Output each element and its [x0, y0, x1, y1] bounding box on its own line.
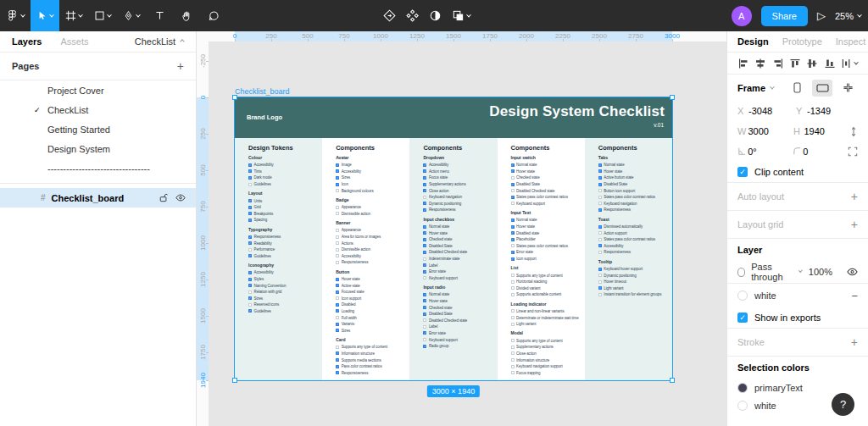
portrait-orientation-icon[interactable] [787, 80, 807, 97]
share-button[interactable]: Share [761, 6, 808, 26]
resize-to-fit-icon[interactable] [837, 80, 858, 97]
layer-row-checklist-board[interactable]: # Checklist_board [0, 188, 196, 207]
hand-tool-button[interactable] [173, 0, 200, 31]
item-label: Dynamic positioning [604, 274, 636, 278]
add-layout-grid-button[interactable]: + [851, 218, 858, 231]
boolean-groups-button[interactable] [452, 9, 470, 22]
item-label: Keyboard hover support [604, 267, 643, 271]
comment-tool-button[interactable] [200, 0, 227, 31]
x-value-field[interactable]: -3048 [748, 106, 796, 116]
align-vertical-center-icon[interactable] [806, 58, 818, 69]
tab-prototype[interactable]: Prototype [782, 36, 822, 47]
width-value-field[interactable]: 3000 [748, 126, 793, 136]
selection-handle-bottom-right[interactable] [670, 378, 675, 383]
y-value-field[interactable]: -1349 [807, 106, 854, 116]
create-component-button[interactable] [406, 9, 419, 22]
file-name-collapse[interactable]: CheckList [135, 36, 184, 47]
page-item-1[interactable]: Project Cover [0, 80, 196, 100]
move-tool-button[interactable] [31, 0, 59, 31]
item-label: Instant transition for element groups [604, 292, 661, 296]
constrain-proportions-icon[interactable] [849, 126, 858, 137]
page-item-3[interactable]: Getting Started [0, 119, 196, 139]
corner-radius-value-field[interactable]: 0 [803, 147, 848, 157]
selection-handle-top-left[interactable] [232, 95, 237, 100]
layer-visibility-eye-icon[interactable] [847, 268, 858, 276]
avatar[interactable]: A [732, 6, 752, 26]
unlock-icon[interactable] [159, 193, 168, 202]
checked-checkbox-icon: ✓ [248, 176, 252, 180]
frame-tool-button[interactable] [59, 0, 88, 31]
color-swatch[interactable] [737, 401, 748, 411]
unchecked-checkbox-icon [336, 241, 339, 245]
checked-checkbox-icon: ✓ [423, 231, 426, 235]
checklist-item: Information structure [498, 357, 585, 363]
use-as-mask-button[interactable] [429, 9, 442, 22]
add-auto-layout-button[interactable]: + [851, 190, 858, 203]
checklist-item: Responsiveness [585, 249, 672, 256]
pen-tool-button[interactable] [117, 0, 146, 31]
align-horizontal-center-icon[interactable] [754, 58, 766, 69]
checklist-item: ✓Disabled [322, 302, 409, 308]
checked-checkbox-icon: ✓ [248, 271, 252, 274]
align-right-icon[interactable] [772, 58, 784, 69]
align-top-icon[interactable] [789, 58, 801, 69]
frame-preset-dropdown[interactable]: Frame [737, 83, 774, 93]
clip-content-checkbox[interactable]: ✓ [737, 167, 748, 177]
item-label: Close action [429, 189, 449, 193]
horizontal-ruler[interactable]: 0250500750100012501500175020002250250027… [197, 31, 726, 41]
height-value-field[interactable]: 1940 [804, 126, 849, 136]
selection-handle-bottom-left[interactable] [232, 378, 237, 383]
present-button[interactable]: ▷ [817, 9, 826, 22]
show-in-exports-checkbox[interactable]: ✓ [737, 313, 748, 323]
fill-color-swatch[interactable] [737, 290, 748, 301]
selection-handle-top-right[interactable] [670, 95, 675, 100]
page-item-2[interactable]: ✓CheckList [0, 100, 196, 119]
shape-tool-button[interactable] [88, 0, 117, 31]
stroke-section: Stroke + [727, 329, 868, 356]
checked-checkbox-icon: ✓ [336, 176, 339, 180]
tab-inspect[interactable]: Inspect [836, 36, 865, 47]
checklist-item: Icon support [322, 296, 409, 302]
item-label: Accessibility [604, 244, 623, 248]
edit-object-button[interactable] [383, 9, 396, 22]
vertical-ruler[interactable]: -250025050075010001250150017501940 [197, 41, 209, 426]
item-label: Sizes [342, 175, 351, 180]
y-label: Y [796, 106, 807, 116]
visibility-eye-icon[interactable] [175, 194, 186, 202]
add-page-button[interactable]: + [177, 59, 184, 73]
canvas[interactable]: 0250500750100012501500175020002250250027… [197, 31, 726, 426]
tab-layers[interactable]: Layers [12, 36, 42, 47]
fill-color-name[interactable]: white [754, 290, 776, 301]
landscape-orientation-icon[interactable] [812, 80, 832, 97]
page-item-4[interactable]: Design System [0, 139, 196, 158]
color-name[interactable]: white [754, 401, 776, 411]
color-swatch[interactable] [737, 383, 748, 393]
height-label: H [793, 126, 804, 136]
remove-fill-button[interactable]: − [851, 290, 858, 302]
rotation-value-field[interactable]: 0° [748, 147, 793, 157]
item-label: Keyboard support [429, 338, 458, 342]
color-name[interactable]: primaryText [754, 383, 803, 393]
blend-mode-select[interactable]: Pass through [751, 262, 803, 282]
checked-checkbox-icon: ✓ [598, 268, 602, 271]
checklist-board-frame[interactable]: Brand Logo Design System Checklist v.01 … [235, 97, 672, 380]
independent-corners-icon[interactable] [848, 147, 858, 157]
align-bottom-icon[interactable] [824, 58, 836, 69]
align-left-icon[interactable] [737, 58, 749, 69]
item-label: Dynamic positioning [429, 202, 461, 206]
item-label: Guidelines [254, 182, 271, 186]
tab-design[interactable]: Design [737, 36, 769, 47]
add-stroke-button[interactable]: + [851, 335, 858, 349]
distribute-spacing-icon[interactable] [841, 58, 858, 69]
zoom-level-value: 25% [835, 11, 854, 21]
item-label: Units [254, 199, 263, 203]
zoom-level-control[interactable]: 25% [835, 11, 861, 21]
tab-assets[interactable]: Assets [60, 36, 88, 47]
x-label: X [737, 106, 748, 116]
main-menu-button[interactable] [0, 0, 31, 31]
frame-canvas-label[interactable]: Checklist_board [235, 87, 290, 96]
text-tool-button[interactable] [146, 0, 173, 31]
page-item-5[interactable]: --------------------------------- [0, 158, 196, 178]
help-button[interactable]: ? [832, 393, 854, 416]
opacity-field[interactable]: 100% [809, 267, 832, 277]
